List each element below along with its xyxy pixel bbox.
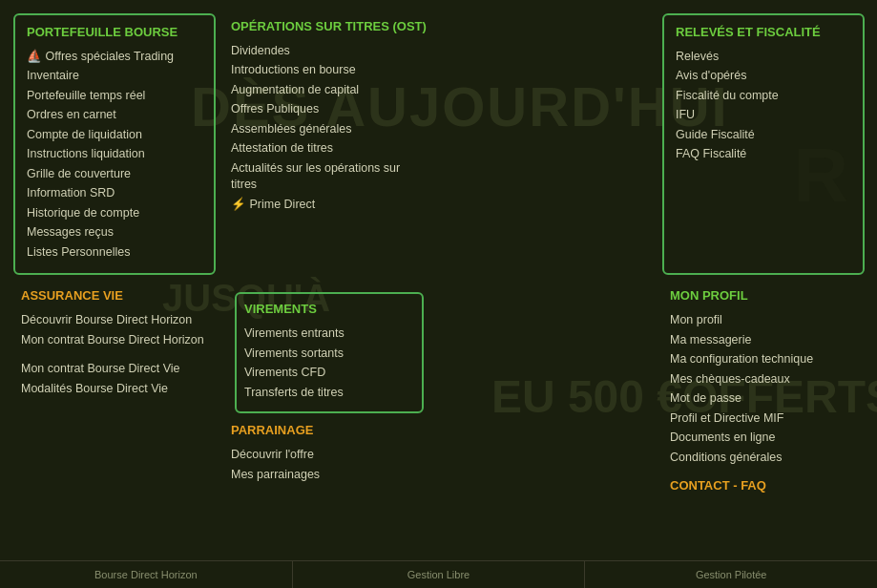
menu-item-virements-entrants[interactable]: Virements entrants <box>244 326 414 343</box>
menu-item-ordres-carnet[interactable]: Ordres en carnet <box>27 107 202 124</box>
menu-item-faq-fiscalite[interactable]: FAQ Fiscalité <box>676 146 851 163</box>
menu-item-grille-couverture[interactable]: Grille de couverture <box>27 166 202 183</box>
menu-item-fiscalite-compte[interactable]: Fiscalité du compte <box>676 88 851 105</box>
section-parrainage: PARRAINAGE Découvrir l'offre Mes parrain… <box>231 423 428 483</box>
section-virements: VIREMENTS Virements entrants Virements s… <box>235 292 424 413</box>
menu-item-information-srd[interactable]: Information SRD <box>27 185 202 202</box>
menu-item-ifu[interactable]: IFU <box>676 107 851 124</box>
menu-item-virements-sortants[interactable]: Virements sortants <box>244 346 414 363</box>
menu-item-avis-operes[interactable]: Avis d'opérés <box>676 68 851 85</box>
menu-item-messagerie[interactable]: Ma messagerie <box>670 332 857 349</box>
parrainage-title: PARRAINAGE <box>231 423 428 439</box>
section-releves: RELEVÉS ET FISCALITÉ Relevés Avis d'opér… <box>662 13 865 275</box>
section-col3-row2-spacer <box>439 279 658 512</box>
releves-title: RELEVÉS ET FISCALITÉ <box>676 25 851 41</box>
section-virements-parrainage: VIREMENTS Virements entrants Virements s… <box>219 279 439 512</box>
menu-item-decouvrir-offre[interactable]: Découvrir l'offre <box>231 447 428 464</box>
menu-item-messages-recus[interactable]: Messages reçus <box>27 224 202 242</box>
menu-item-historique-compte[interactable]: Historique de compte <box>27 205 202 222</box>
menu-item-offres-publiques[interactable]: Offres Publiques <box>231 101 428 118</box>
menu-item-mon-profil[interactable]: Mon profil <box>670 312 857 329</box>
contact-title: CONTACT - FAQ <box>670 478 857 494</box>
menu-item-offres-speciales[interactable]: ⛵ Offres spéciales Trading <box>27 49 202 66</box>
menu-item-augmentation-capital[interactable]: Augmentation de capital <box>231 82 428 99</box>
menu-item-dividendes[interactable]: Dividendes <box>231 43 428 60</box>
menu-item-actualites[interactable]: Actualités sur les opérations sur titres <box>231 160 428 194</box>
main-menu-grid: PORTEFEUILLE BOURSE ⛵ Offres spéciales T… <box>0 0 877 521</box>
menu-item-conditions-generales[interactable]: Conditions générales <box>670 450 857 467</box>
menu-item-assemblees[interactable]: Assemblées générales <box>231 121 428 138</box>
menu-item-documents-ligne[interactable]: Documents en ligne <box>670 430 857 447</box>
menu-item-config-technique[interactable]: Ma configuration technique <box>670 351 857 368</box>
section-portefeuille: PORTEFEUILLE BOURSE ⛵ Offres spéciales T… <box>13 13 216 275</box>
menu-item-modalites-vie[interactable]: Modalités Bourse Direct Vie <box>21 381 208 398</box>
menu-item-inventaire[interactable]: Inventaire <box>27 68 202 85</box>
section-operations: OPÉRATIONS SUR TITRES (OST) Dividendes I… <box>219 10 439 279</box>
section-col3-spacer <box>439 10 658 279</box>
menu-item-guide-fiscalite[interactable]: Guide Fiscalité <box>676 127 851 144</box>
menu-item-mes-parrainages[interactable]: Mes parrainages <box>231 467 428 484</box>
menu-item-contrat-horizon[interactable]: Mon contrat Bourse Direct Horizon <box>21 332 208 349</box>
section-assurance: ASSURANCE VIE Découvrir Bourse Direct Ho… <box>10 279 219 512</box>
menu-item-introductions[interactable]: Introductions en bourse <box>231 62 428 79</box>
menu-item-directive-mif[interactable]: Profil et Directive MIF <box>670 410 857 428</box>
monprofil-title: MON PROFIL <box>670 288 857 304</box>
assurance-title: ASSURANCE VIE <box>21 288 208 304</box>
menu-item-mot-de-passe[interactable]: Mot de passe <box>670 390 857 408</box>
bottom-nav-pilotee[interactable]: Gestion Pilotée <box>585 561 877 588</box>
menu-item-listes-personnelles[interactable]: Listes Personnelles <box>27 244 202 262</box>
menu-item-cheques-cadeaux[interactable]: Mes chèques-cadeaux <box>670 371 857 388</box>
menu-item-attestation[interactable]: Attestation de titres <box>231 140 428 158</box>
menu-item-decouvrir-horizon[interactable]: Découvrir Bourse Direct Horizon <box>21 312 208 329</box>
section-monprofil-contact: MON PROFIL Mon profil Ma messagerie Ma c… <box>658 279 868 512</box>
menu-item-transferts-titres[interactable]: Transferts de titres <box>244 385 414 402</box>
menu-item-virements-cfd[interactable]: Virements CFD <box>244 365 414 382</box>
menu-item-releves[interactable]: Relevés <box>676 49 851 66</box>
menu-item-contrat-vie[interactable]: Mon contrat Bourse Direct Vie <box>21 361 208 378</box>
menu-item-prime-direct[interactable]: ⚡ Prime Direct <box>231 197 428 214</box>
bottom-nav-bar: Bourse Direct Horizon Gestion Libre Gest… <box>0 560 877 588</box>
menu-item-instructions-liquidation[interactable]: Instructions liquidation <box>27 146 202 163</box>
operations-title: OPÉRATIONS SUR TITRES (OST) <box>231 19 428 35</box>
menu-item-portefeuille-temps-reel[interactable]: Portefeuille temps réel <box>27 88 202 105</box>
virements-title: VIREMENTS <box>244 302 414 318</box>
portefeuille-title: PORTEFEUILLE BOURSE <box>27 25 202 41</box>
menu-item-compte-liquidation[interactable]: Compte de liquidation <box>27 127 202 144</box>
bottom-nav-horizon[interactable]: Bourse Direct Horizon <box>0 561 293 588</box>
bottom-nav-libre[interactable]: Gestion Libre <box>293 561 586 588</box>
